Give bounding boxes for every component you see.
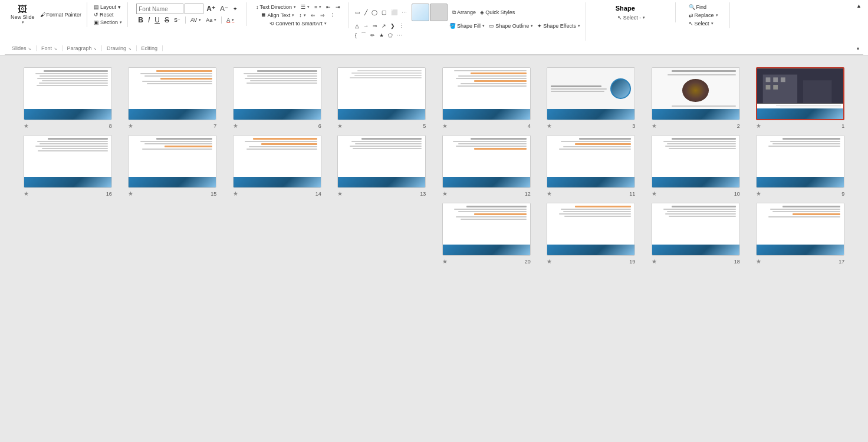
shape-arrow2-button[interactable]: ⇒ xyxy=(371,22,379,29)
select-dropdown-button[interactable]: ↖ Select ▾ xyxy=(687,20,715,27)
slide-thumb-13[interactable] xyxy=(337,135,426,188)
shape-line-button[interactable]: ╱ xyxy=(363,9,369,16)
font-name-input[interactable] xyxy=(136,4,183,14)
slide-thumb-11[interactable] xyxy=(547,135,635,188)
slide-thumb-14[interactable] xyxy=(233,135,321,188)
replace-button[interactable]: ⇄ Replace ▾ xyxy=(687,12,720,19)
shape-more2-button[interactable]: ⋮ xyxy=(397,22,406,29)
shape-freeform-button[interactable]: ✏ xyxy=(369,32,377,39)
font-size-input[interactable] xyxy=(185,4,203,14)
section-button[interactable]: ▣ Section ▾ xyxy=(92,19,124,26)
new-slide-button[interactable]: 🖼 New Slide ▾ xyxy=(8,4,37,26)
slide-star-6[interactable]: ★ xyxy=(233,123,238,129)
slide-thumb-6[interactable] xyxy=(233,67,321,120)
slide-thumb-9[interactable] xyxy=(756,135,844,188)
shape-star-button[interactable]: ★ xyxy=(377,32,386,39)
slide-star-13[interactable]: ★ xyxy=(337,190,343,197)
reset-button[interactable]: ↺ Reset xyxy=(92,11,116,18)
shape-brace-button[interactable]: { xyxy=(353,32,359,39)
collapse-ribbon-button[interactable]: ▲ xyxy=(854,2,863,9)
italic-button[interactable]: I xyxy=(146,15,152,25)
shape-more3-button[interactable]: ⋯ xyxy=(395,32,404,39)
align-text-button[interactable]: ≣ Align Text ▾ xyxy=(259,12,296,19)
convert-smartart-button[interactable]: ⟲ Convert to SmartArt ▾ xyxy=(268,20,328,27)
slide-thumb-1[interactable] xyxy=(756,67,844,120)
slide-thumb-12[interactable] xyxy=(442,135,531,188)
shape-rect2-button[interactable]: ▢ xyxy=(380,9,389,16)
slide-star-2[interactable]: ★ xyxy=(652,123,657,129)
shape-fill-button[interactable]: 🪣 Shape Fill ▾ xyxy=(448,22,486,29)
numbering-button[interactable]: ≡▾ xyxy=(313,4,323,11)
shape-rect-button[interactable]: ▭ xyxy=(353,9,362,16)
rtl-button[interactable]: ⇐ xyxy=(309,12,317,19)
slide-thumb-2[interactable] xyxy=(652,67,740,120)
format-painter-button[interactable]: 🖌 Format Painter xyxy=(38,11,84,18)
increase-font-button[interactable]: A⁺ xyxy=(205,4,217,14)
slide-star-5[interactable]: ★ xyxy=(337,123,343,129)
inc-indent-button[interactable]: ⇥ xyxy=(334,4,342,11)
slide-thumb-5[interactable] xyxy=(337,67,426,120)
slide-star-1[interactable]: ★ xyxy=(756,123,761,129)
slide-star-18[interactable]: ★ xyxy=(652,258,657,265)
text-direction-button[interactable]: ↕ Text Direction ▾ xyxy=(254,4,298,11)
slide-thumb-17[interactable] xyxy=(756,203,844,256)
slide-thumb-3[interactable] xyxy=(547,67,635,120)
slide-thumb-16[interactable] xyxy=(24,135,112,188)
slide-thumb-18[interactable] xyxy=(652,203,740,256)
text-shadow-button[interactable]: S⁻ xyxy=(172,17,182,24)
slide-star-7[interactable]: ★ xyxy=(128,123,133,129)
slide-star-11[interactable]: ★ xyxy=(547,190,552,197)
shape-more-button[interactable]: ⋯ xyxy=(400,9,409,16)
slide-star-19[interactable]: ★ xyxy=(547,258,552,265)
shape-oval-button[interactable]: ◯ xyxy=(370,9,379,16)
layout-button[interactable]: ▤ Layout ▾ xyxy=(92,4,123,11)
slide-thumb-7[interactable] xyxy=(128,67,216,120)
slide-star-10[interactable]: ★ xyxy=(652,190,657,197)
slide-star-12[interactable]: ★ xyxy=(442,190,448,197)
bold-button[interactable]: B xyxy=(136,15,145,25)
new-slide-dropdown[interactable]: ▾ xyxy=(22,20,24,25)
shape-tri-button[interactable]: △ xyxy=(353,22,361,29)
slide-star-9[interactable]: ★ xyxy=(756,190,761,197)
dec-indent-button[interactable]: ⇤ xyxy=(324,4,333,11)
slide-star-15[interactable]: ★ xyxy=(128,190,133,197)
bullets-button[interactable]: ☰▾ xyxy=(299,4,311,11)
select-button[interactable]: ↖ Select - ▾ xyxy=(616,14,647,21)
find-button[interactable]: 🔍 Find xyxy=(687,4,709,11)
ltr-button[interactable]: ⇒ xyxy=(318,12,327,19)
arrange-button[interactable]: ⧉ Arrange xyxy=(451,9,478,17)
clear-format-button[interactable]: ✦ xyxy=(231,5,239,12)
slide-star-16[interactable]: ★ xyxy=(24,190,29,197)
slide-star-17[interactable]: ★ xyxy=(756,258,761,265)
shape-pentagon-button[interactable]: ⬠ xyxy=(386,32,394,39)
slide-thumb-8[interactable] xyxy=(24,67,112,120)
decrease-font-button[interactable]: A⁻ xyxy=(218,4,230,14)
col-button[interactable]: ⋮ xyxy=(328,12,337,19)
shape-effects-button[interactable]: ✦ Shape Effects ▾ xyxy=(535,22,582,29)
shape-arrow3-button[interactable]: ↗ xyxy=(380,22,388,29)
slide-star-8[interactable]: ★ xyxy=(24,123,29,129)
char-spacing-button[interactable]: AV▾ xyxy=(189,17,203,24)
shape-chevron-button[interactable]: ❯ xyxy=(389,22,397,29)
slide-thumb-4[interactable] xyxy=(442,67,531,120)
shape-rounded-button[interactable]: ⬜ xyxy=(389,9,399,16)
slide-star-20[interactable]: ★ xyxy=(442,258,448,265)
shape-arrow-button[interactable]: → xyxy=(361,22,370,29)
shape-curve-button[interactable]: ⌒ xyxy=(359,31,368,39)
shape-outline-button[interactable]: ▭ Shape Outline ▾ xyxy=(487,22,535,29)
quick-styles-button[interactable]: ◈ Quick Styles xyxy=(478,9,517,16)
collapse-button[interactable]: ▴ xyxy=(855,45,861,51)
underline-button[interactable]: U xyxy=(153,15,162,25)
slide-star-14[interactable]: ★ xyxy=(233,190,238,197)
slide-star-4[interactable]: ★ xyxy=(442,123,448,129)
select-dropdown-icon: ↖ xyxy=(689,21,693,27)
case-button[interactable]: Aa▾ xyxy=(204,17,218,24)
slide-thumb-15[interactable] xyxy=(128,135,216,188)
line-spacing-button[interactable]: ↕▾ xyxy=(297,12,308,19)
strikethrough-button[interactable]: S xyxy=(163,15,171,25)
font-color-button[interactable]: A▾ xyxy=(225,17,236,24)
slide-star-3[interactable]: ★ xyxy=(547,123,552,129)
slide-thumb-10[interactable] xyxy=(652,135,740,188)
slide-thumb-20[interactable] xyxy=(442,203,531,256)
slide-thumb-19[interactable] xyxy=(547,203,635,256)
